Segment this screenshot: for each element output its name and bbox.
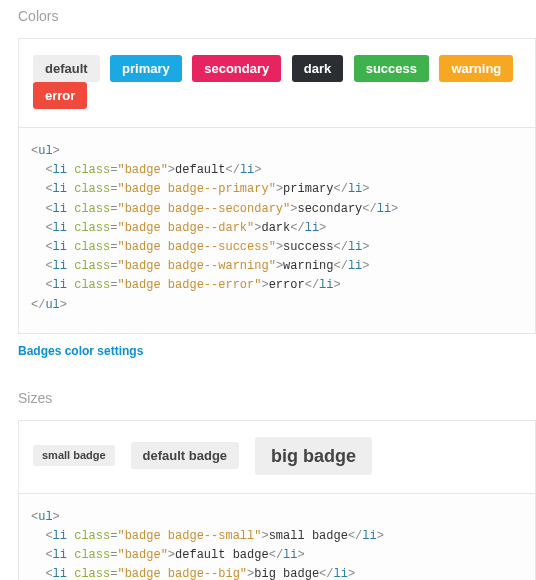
badge-dark: dark	[292, 55, 343, 82]
badge-small: small badge	[33, 445, 115, 466]
sizes-badge-row: small badge default badge big badge	[19, 421, 535, 493]
section-title-sizes: Sizes	[0, 382, 536, 420]
colors-code-block: <ul> <li class="badge">default</li> <li …	[19, 127, 535, 333]
badge-default-size: default badge	[131, 442, 240, 469]
colors-settings-link[interactable]: Badges color settings	[18, 344, 143, 358]
badge-success: success	[354, 55, 429, 82]
badge-error: error	[33, 82, 87, 109]
sizes-code-block: <ul> <li class="badge badge--small">smal…	[19, 493, 535, 580]
badge-warning: warning	[439, 55, 513, 82]
colors-badge-row: default primary secondary dark success w…	[19, 39, 535, 127]
sizes-panel: small badge default badge big badge <ul>…	[18, 420, 536, 580]
section-title-colors: Colors	[0, 0, 536, 38]
badge-big: big badge	[255, 437, 372, 475]
badge-secondary: secondary	[192, 55, 281, 82]
badge-primary: primary	[110, 55, 182, 82]
colors-panel: default primary secondary dark success w…	[18, 38, 536, 334]
badge-default: default	[33, 55, 100, 82]
